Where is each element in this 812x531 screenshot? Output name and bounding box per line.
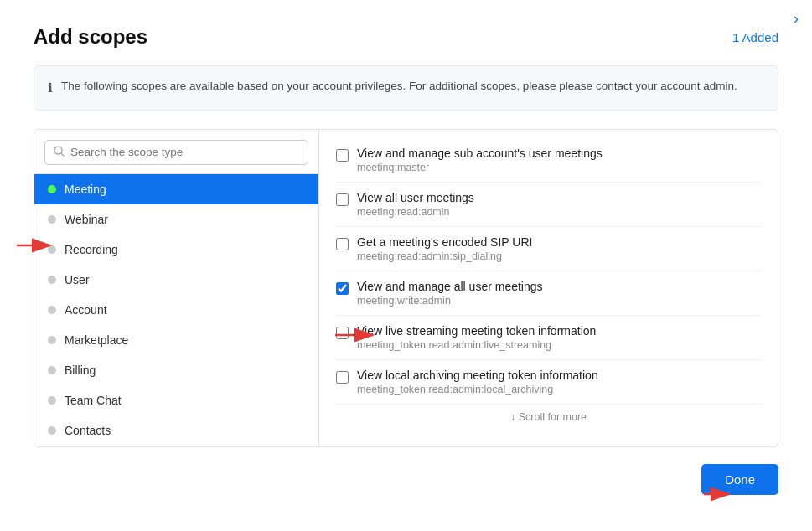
- scope-option-label-sub-account-meetings: View and manage sub account's user meeti…: [357, 147, 603, 160]
- scope-label-team-chat: Team Chat: [65, 394, 122, 407]
- sidebar-item-meeting[interactable]: Meeting: [34, 174, 318, 204]
- scope-option-code-local-archiving: meeting_token:read:admin:local_archiving: [357, 384, 598, 395]
- scope-dot-contacts: [48, 426, 56, 435]
- search-input-wrap[interactable]: [44, 140, 308, 165]
- checkbox-sip-uri[interactable]: [336, 238, 349, 250]
- scope-label-user: User: [65, 273, 90, 286]
- scope-label-marketplace: Marketplace: [65, 333, 128, 347]
- footer: Done: [34, 464, 778, 495]
- sidebar-item-billing[interactable]: Billing: [34, 355, 318, 385]
- search-icon: [54, 146, 65, 159]
- page-header: Add scopes 1 Added: [34, 25, 778, 49]
- scope-option-sip-uri: Get a meeting's encoded SIP URImeeting:r…: [336, 227, 761, 271]
- scope-option-code-sip-uri: meeting:read:admin:sip_dialing: [357, 250, 532, 262]
- scope-option-label-manage-all-meetings: View and manage all user meetings: [357, 280, 543, 293]
- scope-option-text-local-archiving: View local archiving meeting token infor…: [357, 369, 598, 395]
- scope-option-manage-all-meetings: View and manage all user meetingsmeeting…: [336, 271, 761, 316]
- scope-option-label-sip-uri: Get a meeting's encoded SIP URI: [357, 235, 532, 249]
- info-box: ℹ The following scopes are available bas…: [34, 65, 778, 111]
- page-title: Add scopes: [34, 25, 147, 49]
- left-panel: MeetingWebinarRecordingUserAccountMarket…: [34, 130, 319, 446]
- search-input[interactable]: [70, 146, 299, 158]
- scope-label-recording: Recording: [65, 243, 118, 256]
- scope-option-text-all-user-meetings: View all user meetingsmeeting:read:admin: [357, 191, 474, 218]
- scope-option-text-manage-all-meetings: View and manage all user meetingsmeeting…: [357, 280, 543, 307]
- scope-dot-team-chat: [48, 396, 56, 405]
- scope-option-text-sub-account-meetings: View and manage sub account's user meeti…: [357, 147, 603, 173]
- scope-option-code-sub-account-meetings: meeting:master: [357, 162, 603, 173]
- scope-option-label-local-archiving: View local archiving meeting token infor…: [357, 369, 598, 382]
- checkbox-sub-account-meetings[interactable]: [336, 149, 349, 162]
- added-badge: 1 Added: [732, 30, 778, 44]
- checkbox-live-streaming[interactable]: [336, 327, 349, 339]
- svg-line-1: [61, 153, 64, 156]
- right-panel: View and manage sub account's user meeti…: [319, 130, 778, 446]
- scope-dot-billing: [48, 366, 56, 374]
- sidebar-item-account[interactable]: Account: [34, 295, 318, 325]
- scope-label-webinar: Webinar: [65, 213, 108, 226]
- scope-option-text-live-streaming: View live streaming meeting token inform…: [357, 324, 596, 351]
- scope-label-meeting: Meeting: [65, 183, 106, 196]
- scope-dot-user: [48, 276, 56, 284]
- sidebar-item-webinar[interactable]: Webinar: [34, 204, 318, 235]
- sidebar-item-im-group[interactable]: IM Group: [34, 446, 318, 446]
- scope-option-code-manage-all-meetings: meeting:write:admin: [357, 295, 543, 307]
- checkbox-local-archiving[interactable]: [336, 371, 349, 384]
- sidebar-item-user[interactable]: User: [34, 265, 318, 295]
- scope-option-label-all-user-meetings: View all user meetings: [357, 191, 474, 204]
- scope-dot-webinar: [48, 215, 56, 224]
- scope-option-live-streaming: View live streaming meeting token inform…: [336, 316, 761, 360]
- scope-label-contacts: Contacts: [65, 424, 111, 437]
- sidebar-item-contacts[interactable]: Contacts: [34, 415, 318, 446]
- scope-dot-marketplace: [48, 336, 56, 344]
- chevron-right-icon: ›: [794, 10, 799, 28]
- done-button[interactable]: Done: [701, 464, 778, 495]
- scope-option-sub-account-meetings: View and manage sub account's user meeti…: [336, 138, 761, 183]
- sidebar-item-recording[interactable]: Recording: [34, 235, 318, 265]
- scope-option-code-all-user-meetings: meeting:read:admin: [357, 206, 474, 218]
- checkbox-manage-all-meetings[interactable]: [336, 282, 349, 295]
- scope-option-text-sip-uri: Get a meeting's encoded SIP URImeeting:r…: [357, 235, 532, 262]
- scope-option-code-live-streaming: meeting_token:read:admin:live_streaming: [357, 339, 596, 351]
- scope-option-local-archiving: View local archiving meeting token infor…: [336, 360, 761, 405]
- scope-label-account: Account: [65, 303, 107, 317]
- info-icon: ℹ: [48, 79, 53, 98]
- scope-option-all-user-meetings: View all user meetingsmeeting:read:admin: [336, 183, 761, 227]
- scope-dot-account: [48, 306, 56, 314]
- scope-dot-meeting: [48, 185, 56, 193]
- sidebar-item-marketplace[interactable]: Marketplace: [34, 325, 318, 355]
- scope-list: MeetingWebinarRecordingUserAccountMarket…: [34, 174, 318, 446]
- info-text: The following scopes are available based…: [61, 78, 737, 95]
- main-content: MeetingWebinarRecordingUserAccountMarket…: [34, 129, 778, 447]
- sidebar-item-team-chat[interactable]: Team Chat: [34, 385, 318, 415]
- checkbox-all-user-meetings[interactable]: [336, 193, 349, 206]
- scroll-hint: ↓ Scroll for more: [336, 405, 761, 426]
- search-box: [34, 130, 318, 174]
- scope-dot-recording: [48, 245, 56, 254]
- scope-option-label-live-streaming: View live streaming meeting token inform…: [357, 324, 596, 338]
- scope-label-billing: Billing: [65, 363, 96, 377]
